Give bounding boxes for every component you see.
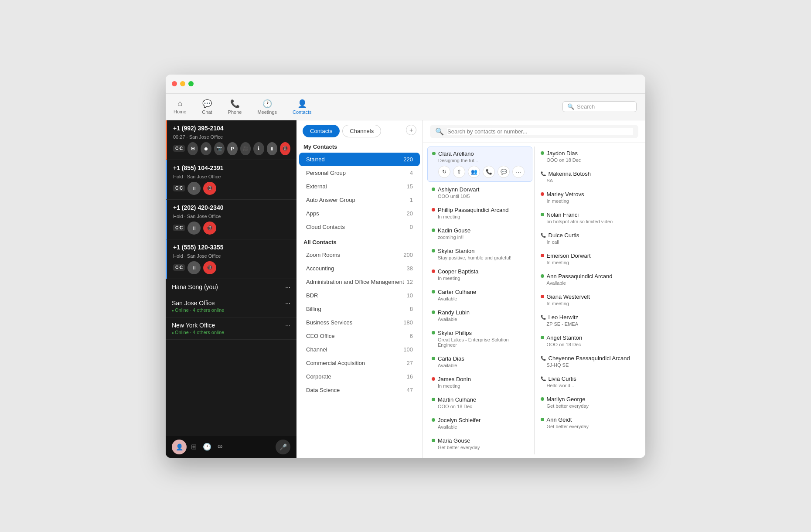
contact-ashlynn-dorwart[interactable]: Ashlynn Dorwart OOO until 10/5 (427, 183, 532, 202)
group-data-science[interactable]: Data Science 47 (299, 383, 420, 397)
contact-dulce[interactable]: 📞 Dulce Curtis In call (536, 228, 641, 248)
end-btn-4[interactable]: 📵 (203, 261, 216, 274)
contact-emerson[interactable]: Emerson Dorwart In meeting (536, 249, 641, 269)
contact-list-scroll: My Contacts Starred 220 Personal Group 4… (296, 138, 423, 458)
contact-cooper[interactable]: Cooper Baptista In meeting (427, 265, 532, 284)
contact-kadin[interactable]: Kadin Gouse zooming in!! (427, 224, 532, 243)
voicemail-icon[interactable]: ∞ (218, 443, 222, 451)
nav-contacts[interactable]: 👤 Contacts (285, 96, 319, 117)
cc-btn-3[interactable]: C·C (173, 225, 185, 231)
info-btn-1[interactable]: ℹ (253, 142, 264, 155)
keypad-icon[interactable]: ⊞ (191, 443, 197, 451)
contact-cheyenne[interactable]: 📞 Cheyenne Passaquindici Arcand SJ-HQ SE (536, 351, 641, 371)
contact-nolan[interactable]: Nolan Franci on hotspot atm so limited v… (536, 208, 641, 228)
pause-btn-4[interactable]: ⏸ (187, 261, 201, 274)
group-apps-label: Apps (306, 210, 319, 217)
contact-marley[interactable]: Marley Vetrovs In meeting (536, 188, 641, 207)
cc-btn-2[interactable]: C·C (173, 185, 185, 191)
san-jose-more[interactable]: ··· (285, 300, 290, 307)
group-accounting[interactable]: Accounting 38 (299, 262, 420, 275)
action-call-clara[interactable]: 📞 (483, 166, 495, 178)
end-btn-1[interactable]: 📵 (280, 142, 290, 155)
contact-martin[interactable]: Martin Culhane OOO on 18 Dec (427, 393, 532, 413)
contact-status-giana: In meeting (541, 301, 637, 306)
group-billing[interactable]: Billing 8 (299, 302, 420, 316)
search-bar-inner[interactable]: 🔍 (430, 125, 638, 138)
top-search-bar[interactable]: 🔍 Search (562, 101, 637, 112)
group-corporate[interactable]: Corporate 16 (299, 370, 420, 383)
p-btn-1[interactable]: P (227, 142, 238, 155)
end-btn-2[interactable]: 📵 (203, 182, 216, 195)
office-new-york[interactable]: New York Office ··· Online · 4 others on… (166, 317, 296, 340)
nav-home[interactable]: ⌂ Home (166, 96, 194, 117)
hana-song-more[interactable]: ··· (285, 283, 290, 290)
end-btn-3[interactable]: 📵 (203, 222, 216, 235)
contact-phillip[interactable]: Phillip Passaquindici Arcand In meeting (427, 203, 532, 223)
group-external[interactable]: External 15 (299, 180, 420, 193)
contact-actions-clara: ↻ ⇧ 👥 📞 💬 ··· (432, 166, 528, 178)
group-cloud[interactable]: Cloud Contacts 0 (299, 220, 420, 234)
mic-button[interactable]: 🎤 (276, 440, 290, 454)
nav-phone[interactable]: 📞 Phone (220, 96, 250, 117)
rec-btn-1[interactable]: ⏺ (201, 142, 211, 155)
contact-ann-geidt[interactable]: Ann Geidt Get better everyday (536, 413, 641, 433)
contact-skylar-stanton[interactable]: Skylar Stanton Stay positive, humble and… (427, 244, 532, 264)
contact-carter[interactable]: Carter Culhane Available (427, 285, 532, 305)
action-more-clara[interactable]: ··· (512, 166, 525, 178)
video-btn-1[interactable]: 📷 (214, 142, 225, 155)
pause-btn-2[interactable]: ⏸ (187, 182, 201, 195)
nav-chat[interactable]: 💬 Chat (194, 96, 220, 117)
contact-jocelyn[interactable]: Jocelyn Schleifer Available (427, 413, 532, 433)
nav-meetings[interactable]: 🕐 Meetings (249, 96, 285, 117)
group-apps[interactable]: Apps 20 (299, 207, 420, 220)
tab-channels[interactable]: Channels (342, 125, 381, 137)
contact-makenna[interactable]: 📞 Makenna Botosh SA (536, 167, 641, 187)
contact-maria[interactable]: Maria Gouse Get better everyday (427, 434, 532, 454)
contacts-panel: Contacts Channels + My Contacts Starred … (296, 120, 423, 458)
contact-marilyn[interactable]: Marilyn George Get better everyday (536, 392, 641, 412)
contact-james[interactable]: James Donin In meeting (427, 372, 532, 392)
cc-btn-1[interactable]: C·C (173, 145, 185, 152)
action-message-clara[interactable]: 💬 (498, 166, 510, 178)
new-york-more[interactable]: ··· (285, 322, 290, 329)
group-starred[interactable]: Starred 220 (299, 153, 420, 166)
cam-btn-1[interactable]: 🎥 (240, 142, 251, 155)
contact-ann-passaquindici[interactable]: Ann Passaquindici Arcand Available (536, 269, 641, 289)
add-tab-button[interactable]: + (406, 125, 416, 135)
action-refresh-clara[interactable]: ↻ (438, 166, 450, 178)
group-accounting-label: Accounting (306, 265, 334, 272)
group-business-services[interactable]: Business Services 180 (299, 316, 420, 329)
group-personal[interactable]: Personal Group 4 (299, 166, 420, 180)
cc-btn-4[interactable]: C·C (173, 264, 185, 271)
search-contacts-input[interactable] (447, 128, 633, 135)
close-button[interactable] (172, 81, 177, 86)
action-transfer-clara[interactable]: ⇧ (453, 166, 465, 178)
contact-status-carla: Available (432, 363, 528, 368)
contact-jaydon[interactable]: Jaydon Dias OOO on 18 Dec (536, 147, 641, 166)
group-admin[interactable]: Administration and Office Management 12 (299, 275, 420, 289)
group-auto-answer[interactable]: Auto Answer Group 1 (299, 193, 420, 207)
contact-clara-arellano[interactable]: Clara Arellano Designing the fut... ↻ ⇧ … (427, 147, 532, 182)
contact-giana[interactable]: Giana Westervelt In meeting (536, 290, 641, 310)
contact-name-randy: Randy Lubin (438, 309, 470, 316)
group-channel[interactable]: Channel 100 (299, 343, 420, 356)
group-bdr[interactable]: BDR 10 (299, 289, 420, 302)
group-ceo[interactable]: CEO Office 6 (299, 329, 420, 343)
contact-carla[interactable]: Carla Dias Available (427, 352, 532, 372)
office-san-jose[interactable]: San Jose Office ··· Online · 4 others on… (166, 295, 296, 317)
contact-skylar-philips[interactable]: Skylar Philips Great Lakes - Enterprise … (427, 326, 532, 351)
group-zoom-rooms[interactable]: Zoom Rooms 200 (299, 248, 420, 262)
contact-leo[interactable]: 📞 Leo Herwitz ZP SE - EMEA (536, 310, 641, 330)
contact-angel[interactable]: Angel Stanton OOO on 18 Dec (536, 331, 641, 351)
contact-livia[interactable]: 📞 Livia Curtis Hello world... (536, 372, 641, 392)
pause-btn-1[interactable]: ⏸ (267, 142, 277, 155)
group-commercial[interactable]: Commercial Acquisition 27 (299, 356, 420, 370)
history-icon[interactable]: 🕐 (203, 443, 211, 451)
maximize-button[interactable] (188, 81, 194, 86)
minimize-button[interactable] (180, 81, 185, 86)
action-group-clara[interactable]: 👥 (468, 166, 480, 178)
tab-contacts[interactable]: Contacts (303, 125, 340, 137)
pause-btn-3[interactable]: ⏸ (187, 222, 201, 235)
contact-randy[interactable]: Randy Lubin Available (427, 306, 532, 325)
grid-btn-1[interactable]: ⊞ (187, 142, 198, 155)
